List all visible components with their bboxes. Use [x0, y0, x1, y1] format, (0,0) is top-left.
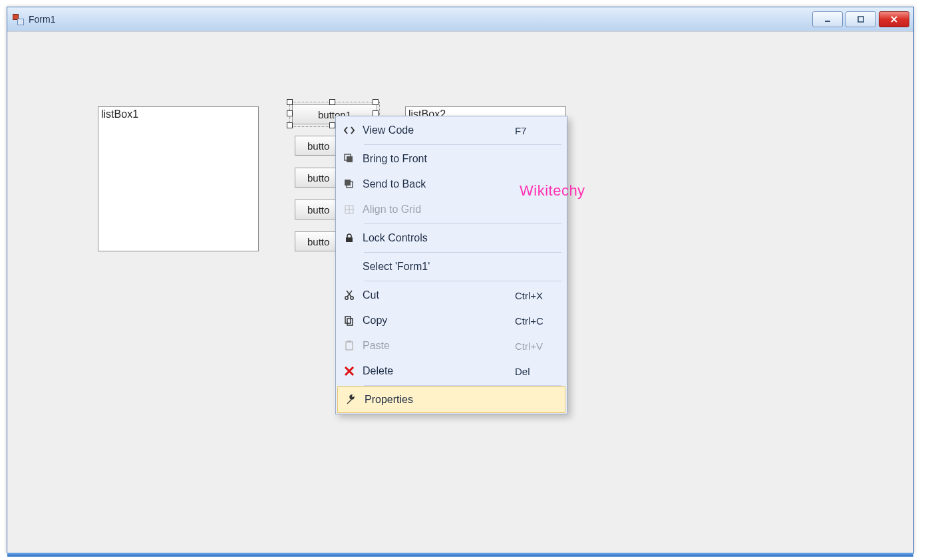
svg-line-2 — [891, 17, 897, 22]
menu-label: Align to Grid — [363, 204, 515, 215]
menu-copy[interactable]: Copy Ctrl+C — [336, 308, 567, 333]
menu-shortcut: Ctrl+X — [515, 290, 567, 301]
form-client-area[interactable]: listBox1 listBox2 button1 butto — [7, 31, 913, 553]
window-title: Form1 — [29, 14, 55, 25]
menu-paste: Paste Ctrl+V — [336, 333, 567, 358]
menu-select-form1[interactable]: Select 'Form1' — [336, 254, 567, 279]
svg-rect-1 — [858, 17, 863, 22]
menu-label: Delete — [363, 365, 515, 377]
svg-rect-11 — [345, 317, 351, 323]
maximize-button[interactable] — [846, 11, 876, 27]
menu-properties[interactable]: Properties — [337, 386, 565, 413]
menu-label: Bring to Front — [363, 153, 515, 165]
context-menu: View Code F7 Bring to Front Send to Back — [335, 116, 567, 414]
menu-cut[interactable]: Cut Ctrl+X — [336, 283, 567, 308]
window: Form1 listBox1 listBox2 button1 — [7, 7, 914, 553]
window-buttons — [812, 11, 909, 27]
delete-icon — [336, 365, 363, 377]
close-button[interactable] — [879, 11, 909, 27]
menu-label: Properties — [365, 394, 513, 406]
watermark-text: Wikitechy — [520, 182, 585, 200]
menu-view-code[interactable]: View Code F7 — [336, 118, 567, 143]
menu-separator — [364, 252, 561, 253]
menu-delete[interactable]: Delete Del — [336, 358, 567, 384]
svg-point-9 — [345, 297, 348, 299]
svg-rect-6 — [345, 180, 351, 186]
resize-handle-w[interactable] — [287, 110, 293, 116]
menu-shortcut: Ctrl+C — [515, 315, 567, 327]
resize-handle-ne[interactable] — [373, 99, 379, 105]
copy-icon — [336, 315, 363, 327]
menu-bring-to-front[interactable]: Bring to Front — [336, 146, 567, 172]
paste-icon — [336, 340, 363, 352]
menu-label: View Code — [363, 124, 515, 136]
svg-line-3 — [891, 17, 897, 22]
lock-icon — [336, 232, 363, 244]
button3-label: butto — [307, 172, 329, 184]
svg-rect-12 — [347, 319, 353, 325]
menu-label: Copy — [363, 315, 515, 327]
menu-label: Send to Back — [363, 178, 515, 190]
svg-rect-4 — [347, 156, 353, 162]
bring-front-icon — [336, 153, 363, 165]
resize-handle-s[interactable] — [329, 122, 335, 128]
svg-point-10 — [351, 297, 353, 299]
send-back-icon — [336, 178, 363, 190]
listbox1-label: listBox1 — [101, 108, 138, 120]
menu-separator — [364, 144, 561, 145]
listbox1[interactable]: listBox1 — [98, 106, 259, 251]
menu-label: Cut — [363, 289, 515, 301]
menu-shortcut: Ctrl+V — [515, 341, 567, 352]
titlebar[interactable]: Form1 — [7, 7, 913, 32]
minimize-button[interactable] — [812, 11, 843, 27]
menu-lock-controls[interactable]: Lock Controls — [336, 225, 567, 251]
svg-rect-14 — [347, 341, 351, 343]
button2-label: butto — [307, 140, 329, 152]
menu-align-to-grid: Align to Grid — [336, 197, 567, 222]
code-icon — [336, 124, 363, 136]
cut-icon — [336, 289, 363, 301]
button5-label: butto — [307, 236, 329, 247]
wrench-icon — [338, 394, 365, 406]
menu-separator — [364, 223, 561, 224]
resize-handle-sw[interactable] — [287, 122, 293, 128]
resize-handle-n[interactable] — [329, 99, 335, 105]
button4-label: butto — [307, 204, 329, 215]
app-icon — [13, 14, 23, 25]
svg-rect-8 — [346, 237, 353, 242]
menu-label: Paste — [363, 340, 515, 352]
menu-shortcut: F7 — [515, 125, 567, 136]
menu-shortcut: Del — [515, 366, 567, 377]
menu-label: Lock Controls — [363, 232, 515, 244]
bottom-strip — [7, 553, 913, 557]
resize-handle-nw[interactable] — [287, 99, 293, 105]
svg-rect-13 — [346, 342, 353, 350]
menu-separator — [364, 281, 561, 281]
menu-separator — [364, 385, 561, 386]
align-grid-icon — [336, 204, 363, 215]
menu-label: Select 'Form1' — [363, 261, 515, 273]
